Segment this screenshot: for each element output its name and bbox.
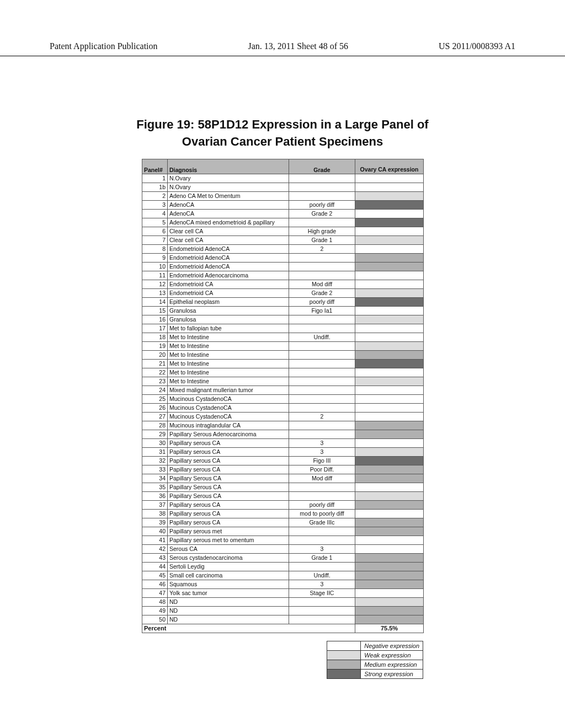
cell-panel: 25 (142, 394, 168, 403)
table-row: 25Mucinous CystadenoCA (142, 394, 424, 403)
cell-expression (355, 438, 424, 447)
table-row: 1N.Ovary (142, 174, 424, 183)
table-row: 34Papillary Serous CAMod diff (142, 474, 424, 483)
cell-grade: poorly diff (289, 297, 355, 306)
cell-diagnosis: Papillary Serous CA (168, 483, 289, 491)
legend: Negative expressionWeak expressionMedium… (142, 641, 423, 679)
cell-diagnosis: Mucinous CystadenoCA (168, 394, 289, 403)
cell-panel: 23 (142, 377, 168, 386)
legend-row: Weak expression (327, 650, 423, 660)
table-row: 1bN.Ovary (142, 183, 424, 191)
cell-panel: 18 (142, 333, 168, 341)
cell-panel: 46 (142, 580, 168, 588)
table-row: 14Epithelial neoplasmpoorly diff (142, 297, 424, 306)
cell-expression (355, 200, 424, 209)
cell-expression (355, 244, 424, 253)
cell-expression (355, 324, 424, 333)
cell-expression (355, 271, 424, 280)
cell-panel: 41 (142, 536, 168, 544)
cell-panel: 2 (142, 191, 168, 200)
cell-expression (355, 421, 424, 430)
cell-diagnosis: Met to Intestine (168, 333, 289, 341)
cell-diagnosis: Mixed malignant mullerian tumor (168, 386, 289, 394)
cell-diagnosis: Adeno CA Met to Omentum (168, 191, 289, 200)
cell-grade (289, 368, 355, 377)
cell-panel: 27 (142, 412, 168, 421)
legend-label: Medium expression (361, 660, 423, 669)
table-row: 19Met to Intestine (142, 341, 424, 350)
cell-diagnosis: Endometrioid CA (168, 288, 289, 297)
header-right: US 2011/0008393 A1 (439, 41, 515, 51)
cell-panel: 15 (142, 306, 168, 315)
cell-grade (289, 536, 355, 544)
cell-diagnosis: Serous CA (168, 544, 289, 553)
legend-row: Negative expression (327, 641, 423, 650)
cell-diagnosis: N.Ovary (168, 183, 289, 191)
legend-label: Negative expression (361, 641, 423, 650)
cell-panel: 30 (142, 438, 168, 447)
cell-diagnosis: Squamous (168, 580, 289, 588)
expression-table: Panel# Diagnosis Grade Ovary CA expressi… (142, 159, 424, 633)
cell-diagnosis: Granulosa (168, 315, 289, 324)
cell-grade (289, 359, 355, 368)
cell-diagnosis: Endometrioid AdenoCA (168, 244, 289, 253)
page-header: Patent Application Publication Jan. 13, … (0, 0, 565, 56)
cell-panel: 11 (142, 271, 168, 280)
header-left: Patent Application Publication (50, 41, 158, 51)
cell-panel: 38 (142, 509, 168, 518)
table-row: 47Yolk sac tumorStage IIC (142, 588, 424, 597)
table-row: 4AdenoCAGrade 2 (142, 209, 424, 218)
cell-panel: 40 (142, 527, 168, 536)
cell-panel: 36 (142, 491, 168, 500)
cell-diagnosis: Clear cell CA (168, 235, 289, 244)
percent-value: 75.5% (355, 624, 424, 633)
cell-diagnosis: ND (168, 597, 289, 606)
cell-grade: poorly diff (289, 500, 355, 509)
cell-panel: 10 (142, 262, 168, 271)
table-row: 11Endometrioid Adenocarcinoma (142, 271, 424, 280)
percent-label: Percent (142, 624, 355, 633)
cell-expression (355, 527, 424, 536)
table-row: 42Serous CA3 (142, 544, 424, 553)
table-row: 24Mixed malignant mullerian tumor (142, 386, 424, 394)
cell-diagnosis: Papillary serous CA (168, 447, 289, 456)
cell-grade: Figo III (289, 456, 355, 465)
cell-panel: 8 (142, 244, 168, 253)
cell-panel: 37 (142, 500, 168, 509)
cell-grade: Mod diff (289, 474, 355, 483)
cell-expression (355, 562, 424, 571)
cell-panel: 49 (142, 606, 168, 615)
cell-panel: 9 (142, 253, 168, 262)
table-row: 31Papillary serous CA3 (142, 447, 424, 456)
cell-panel: 12 (142, 280, 168, 288)
cell-grade: mod to poorly diff (289, 509, 355, 518)
cell-expression (355, 209, 424, 218)
cell-diagnosis: Epithelial neoplasm (168, 297, 289, 306)
cell-grade: 3 (289, 447, 355, 456)
cell-grade (289, 606, 355, 615)
table-row: 36Papillary Serous CA (142, 491, 424, 500)
cell-expression (355, 191, 424, 200)
cell-panel: 1b (142, 183, 168, 191)
header-center: Jan. 13, 2011 Sheet 48 of 56 (248, 41, 348, 51)
cell-panel: 33 (142, 465, 168, 474)
legend-swatch (327, 641, 361, 650)
cell-expression (355, 235, 424, 244)
cell-panel: 31 (142, 447, 168, 456)
cell-diagnosis: AdenoCA mixed endometrioid & papillary (168, 218, 289, 227)
col-expression: Ovary CA expression (355, 159, 424, 174)
cell-grade (289, 615, 355, 624)
cell-expression (355, 474, 424, 483)
cell-diagnosis: Serous cystadenocarcinoma (168, 553, 289, 562)
cell-expression (355, 227, 424, 235)
cell-diagnosis: Sertoli Leydig (168, 562, 289, 571)
cell-panel: 20 (142, 350, 168, 359)
table-row: 48ND (142, 597, 424, 606)
cell-panel: 42 (142, 544, 168, 553)
table-row: 12Endometrioid CAMod diff (142, 280, 424, 288)
table-row: 35Papillary Serous CA (142, 483, 424, 491)
cell-panel: 34 (142, 474, 168, 483)
legend-label: Weak expression (361, 650, 423, 660)
cell-diagnosis: Mucinous CystadenoCA (168, 412, 289, 421)
table-row: 16Granulosa (142, 315, 424, 324)
